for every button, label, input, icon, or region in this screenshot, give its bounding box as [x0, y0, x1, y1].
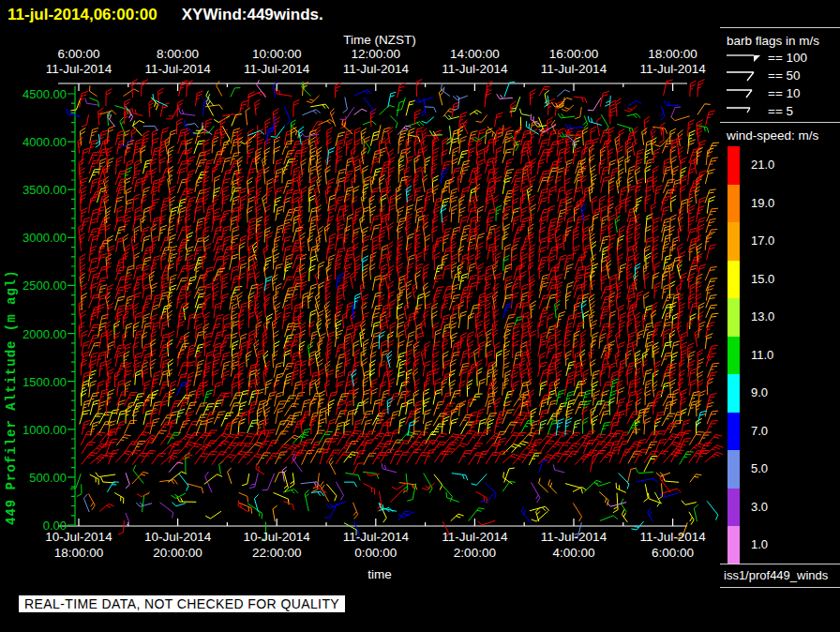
half-barb-icon	[725, 103, 764, 119]
top-axis-title: Time (NZST)	[309, 33, 450, 47]
colorbar-value: 17.0	[751, 233, 774, 248]
wind-speed-colorbar: 21.019.017.015.013.011.09.07.05.03.01.0	[728, 146, 840, 564]
barb-legend-row: == 100	[725, 50, 807, 66]
data-source-label: iss1/prof449_winds	[724, 568, 828, 582]
colorbar-value: 3.0	[751, 500, 768, 514]
top-axis-tick: 18:00:0011-Jul-2014	[615, 47, 731, 77]
tick-date: 11-Jul-2014	[615, 529, 731, 545]
colorbar-swatch	[728, 413, 740, 451]
tick-date: 11-Jul-2014	[615, 62, 731, 77]
colorbar-value: 21.0	[751, 158, 774, 172]
panel-divider	[720, 564, 840, 564]
barb-legend-label: == 10	[768, 86, 801, 100]
colorbar-swatch	[728, 526, 740, 564]
colorbar-swatch	[728, 337, 740, 375]
barb-legend-title: barb flags in m/s	[727, 34, 819, 48]
colorbar-swatch	[728, 146, 740, 185]
header-timestamp: 11-jul-2014,06:00:00	[8, 6, 158, 23]
colorbar-value: 15.0	[751, 272, 774, 286]
colorbar-value: 13.0	[751, 309, 774, 324]
colorbar-swatch	[728, 298, 740, 337]
quality-banner: REAL-TIME DATA, NOT CHECKED FOR QUALITY	[19, 595, 345, 612]
colorbar-value: 19.0	[751, 196, 774, 210]
panel-divider	[720, 122, 840, 123]
tick-time: 6:00:00	[615, 545, 731, 561]
panel-divider	[720, 587, 840, 588]
colorbar-swatch	[728, 222, 740, 261]
barb-legend-row: == 10	[725, 85, 801, 101]
colorbar-swatch	[728, 185, 740, 223]
pennant-icon	[725, 50, 764, 66]
panel-divider	[720, 27, 840, 28]
bottom-axis-tick: 11-Jul-20146:00:00	[615, 529, 731, 561]
colorbar-title: wind-speed: m/s	[727, 128, 818, 143]
colorbar-value: 9.0	[751, 385, 768, 399]
long-barb-icon	[725, 68, 764, 83]
wind-barbs-21.0	[78, 79, 723, 537]
app-window: 11-jul-2014,06:00:00XYWind:449winds. Tim…	[0, 0, 840, 632]
wind-barbs-17.0	[80, 83, 719, 539]
left-axis-title: 449 Profiler Altitude (m agl)	[4, 84, 19, 525]
colorbar-swatch	[728, 489, 740, 527]
header: 11-jul-2014,06:00:00XYWind:449winds.	[8, 6, 323, 24]
altitude-axis	[68, 86, 75, 526]
colorbar-swatch	[728, 261, 740, 299]
colorbar-swatch	[728, 374, 740, 413]
colorbar-value: 1.0	[751, 537, 768, 551]
tick-time: 18:00:00	[615, 47, 731, 62]
full-barb-icon	[725, 85, 764, 101]
colorbar-value: 5.0	[751, 461, 768, 475]
barb-legend-row: == 5	[725, 103, 793, 119]
barb-legend-label: == 100	[768, 51, 807, 65]
barb-legend-label: == 50	[768, 68, 801, 83]
colorbar-value: 11.0	[751, 348, 773, 362]
bottom-axis-title: time	[342, 567, 417, 581]
colorbar-value: 7.0	[751, 424, 768, 438]
barb-legend-label: == 5	[768, 104, 793, 118]
colorbar-swatch	[728, 450, 740, 489]
header-plot-title: XYWind:449winds.	[182, 6, 323, 23]
barb-legend-row: == 50	[725, 68, 801, 83]
